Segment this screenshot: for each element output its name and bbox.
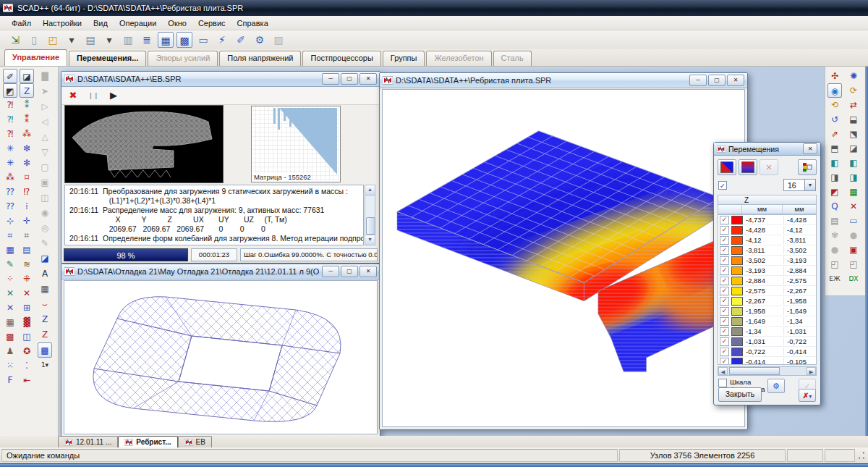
result-viewport[interactable] xyxy=(382,89,745,427)
tool-icon[interactable]: ◧ xyxy=(827,156,842,170)
print-icon[interactable]: ▥ xyxy=(120,32,136,48)
diagram-mode-button[interactable] xyxy=(718,159,736,175)
menu-service[interactable]: Сервис xyxy=(192,17,231,29)
close-button[interactable]: ✕ xyxy=(359,73,377,85)
scale-row-checkbox[interactable]: ✓ xyxy=(720,226,729,235)
tool-icon[interactable]: ▦ xyxy=(38,282,52,297)
show-scale-checkbox[interactable]: ✓ xyxy=(718,181,727,190)
image-icon[interactable]: ▭ xyxy=(195,32,211,48)
tool-icon[interactable]: ⁜ xyxy=(20,272,34,286)
tool-icon[interactable]: ⌑ xyxy=(20,170,34,185)
log-scrollbar[interactable]: ▲ ▼ xyxy=(365,185,375,245)
minimize-button[interactable]: ─ xyxy=(322,266,339,277)
tool-icon[interactable]: ≋ xyxy=(20,257,34,272)
tool-icon[interactable]: ✛ xyxy=(20,214,34,228)
close-button[interactable]: ✕ xyxy=(727,75,744,86)
tool-icon[interactable]: ▓ xyxy=(20,315,34,329)
scale-row-checkbox[interactable]: ✓ xyxy=(720,297,729,306)
color-settings-button[interactable] xyxy=(798,159,817,175)
scroll-right-icon[interactable]: ▶ xyxy=(807,367,816,375)
close-palette-button[interactable]: Закрыть xyxy=(718,387,762,402)
tool-icon[interactable]: ◰ xyxy=(827,257,842,272)
app-titlebar[interactable]: SCAD++ (64-бит) - D:\SDATA\SDATA++\Ребри… xyxy=(0,0,868,16)
tool-icon[interactable]: ⌣ xyxy=(38,297,52,312)
maximize-button[interactable]: ▢ xyxy=(341,266,358,277)
tool-icon[interactable]: ⁇ xyxy=(3,199,17,214)
tab-upravlenie[interactable]: Управление xyxy=(4,49,67,66)
palette-close-button[interactable]: ✕ xyxy=(803,143,817,154)
debug-window-titlebar[interactable]: D:\SDATA\Отладка 21\May Отладка 21\Отлад… xyxy=(61,264,380,279)
tool-icon[interactable]: ◪ xyxy=(846,141,861,156)
save-dropdown-icon[interactable]: ▾ xyxy=(101,32,117,48)
tool-icon[interactable]: ✪ xyxy=(20,344,34,358)
scale-row-checkbox[interactable]: ✓ xyxy=(720,287,729,295)
palette-titlebar[interactable]: Перемещения ✕ xyxy=(714,143,820,156)
tool-icon[interactable]: ◧ xyxy=(846,156,861,170)
tool-icon[interactable]: ✻ xyxy=(20,141,34,156)
tool-icon[interactable]: Z xyxy=(38,312,52,327)
close-button[interactable]: ✕ xyxy=(359,266,377,277)
pause-icon[interactable]: ❙❙ xyxy=(86,88,101,103)
tool-icon[interactable]: ✕ xyxy=(20,286,34,300)
tool-icon[interactable]: A xyxy=(38,266,52,282)
tool-icon[interactable]: 1▾ xyxy=(38,358,52,373)
tool-icon[interactable]: ⊹ xyxy=(3,214,17,228)
scale-row-checkbox[interactable]: ✓ xyxy=(720,216,729,224)
tool-icon[interactable]: ✕ xyxy=(846,199,861,214)
dropdown-arrow-icon[interactable]: ▼ xyxy=(805,179,816,191)
scale-row-checkbox[interactable]: ✓ xyxy=(720,266,729,275)
tool-icon[interactable]: ⇗ xyxy=(827,127,842,141)
gradient-mode-button[interactable] xyxy=(739,159,757,175)
tool-icon[interactable]: DX xyxy=(846,272,861,286)
minimize-button[interactable]: ─ xyxy=(689,75,707,86)
tool-icon[interactable]: ✐ xyxy=(3,69,17,83)
doc-tab-eb[interactable]: EB xyxy=(178,436,212,447)
tool-icon[interactable]: ◩ xyxy=(3,83,17,98)
tool-icon[interactable]: F xyxy=(3,373,17,387)
scale-row-checkbox[interactable]: ✓ xyxy=(720,358,729,366)
tool-icon[interactable]: ◨ xyxy=(827,170,842,185)
result-window-titlebar[interactable]: D:\SDATA\SDATA++\Ребристая плита.SPR ─ ▢… xyxy=(380,73,747,88)
tool-icon[interactable]: ⬓ xyxy=(846,112,861,127)
tool-icon[interactable]: ⁂ xyxy=(3,170,17,185)
tool-icon[interactable]: ◉ xyxy=(827,83,842,98)
tool-icon[interactable]: ▦ xyxy=(3,243,17,257)
tool-icon[interactable]: ⁑ xyxy=(20,98,34,112)
tool-icon[interactable]: ⇄ xyxy=(846,98,861,112)
minimize-button[interactable]: ─ xyxy=(322,73,339,85)
annotate-icon[interactable]: ✐ xyxy=(233,32,249,48)
tab-polya-napryazheniy[interactable]: Поля напряжений xyxy=(219,51,301,66)
palette-hscrollbar[interactable]: ◀ ▶ xyxy=(718,366,817,376)
scroll-thumb[interactable] xyxy=(366,217,375,235)
scale-row-checkbox[interactable]: ✓ xyxy=(720,277,729,285)
fragment-scale-checkbox[interactable] xyxy=(718,379,727,387)
tool-icon[interactable]: ⟲ xyxy=(827,98,842,112)
tab-gruppy[interactable]: Группы xyxy=(383,51,425,66)
tool-icon[interactable]: ✣ xyxy=(827,69,842,83)
tool-icon[interactable]: ✎ xyxy=(3,257,17,272)
calculate-lightning-icon[interactable]: ⚡ xyxy=(214,32,230,48)
maximize-button[interactable]: ▢ xyxy=(341,73,358,85)
resize-grip[interactable] xyxy=(856,449,867,462)
tool-icon[interactable]: ▩ xyxy=(38,342,52,358)
tool-icon[interactable]: ▩ xyxy=(3,329,17,344)
tool-icon[interactable]: ▤ xyxy=(20,243,34,257)
tool-icon[interactable]: Z xyxy=(20,83,34,98)
tool-icon[interactable]: ▦ xyxy=(3,315,17,329)
menu-operations[interactable]: Операции xyxy=(114,17,162,29)
maximize-button[interactable]: ▢ xyxy=(708,75,726,86)
open-dropdown-icon[interactable]: ▾ xyxy=(64,32,80,48)
tool-icon[interactable]: ⁈ xyxy=(3,98,17,112)
tool-icon[interactable]: ✻ xyxy=(20,156,34,170)
hscroll-thumb[interactable] xyxy=(729,367,780,375)
tab-postprocessory[interactable]: Постпроцессоры xyxy=(302,51,380,66)
scale-row-checkbox[interactable]: ✓ xyxy=(720,246,729,255)
tool-icon[interactable]: ✕ xyxy=(3,300,17,315)
tool-icon[interactable]: ⁈ xyxy=(3,112,17,127)
tool-icon[interactable]: ▤ xyxy=(827,214,842,228)
tool-icon[interactable]: ◨ xyxy=(846,170,861,185)
scale-row-checkbox[interactable]: ✓ xyxy=(720,236,729,245)
interval-count-dropdown[interactable]: 16 ▼ xyxy=(783,179,816,191)
tool-icon[interactable]: Q xyxy=(827,199,842,214)
solver-window-titlebar[interactable]: D:\SDATA\SDATA++\EB.SPR ─ ▢ ✕ xyxy=(61,72,380,87)
